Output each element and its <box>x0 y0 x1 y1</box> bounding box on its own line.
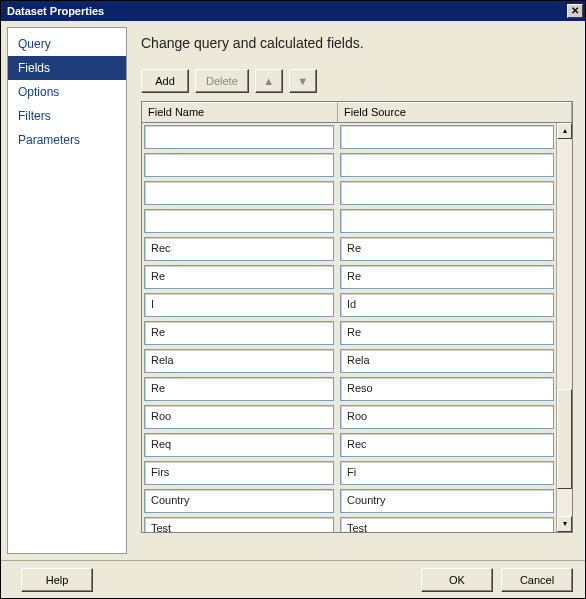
help-button[interactable]: Help <box>21 568 93 592</box>
main-panel: Change query and calculated fields. Add … <box>127 21 585 560</box>
field-source-cell[interactable]: Country <box>340 489 554 513</box>
window-title: Dataset Properties <box>7 5 104 17</box>
table-row[interactable]: ReRe <box>144 265 554 289</box>
field-name-cell[interactable]: Req <box>144 433 334 457</box>
table-row[interactable] <box>144 181 554 205</box>
field-name-cell[interactable]: Country <box>144 489 334 513</box>
field-source-cell[interactable]: Re <box>340 265 554 289</box>
table-row[interactable]: ReRe <box>144 321 554 345</box>
field-name-cell[interactable]: Rec <box>144 237 334 261</box>
toolbar: Add Delete ▲ ▼ <box>141 69 573 93</box>
sidebar-item-query[interactable]: Query <box>8 32 126 56</box>
table-row[interactable]: RelaRela <box>144 349 554 373</box>
field-source-cell[interactable]: Test <box>340 517 554 532</box>
table-row[interactable]: RecRe <box>144 237 554 261</box>
field-source-cell[interactable]: Rela <box>340 349 554 373</box>
field-name-cell[interactable] <box>144 153 334 177</box>
field-source-cell[interactable] <box>340 209 554 233</box>
field-source-cell[interactable]: Id <box>340 293 554 317</box>
column-header-field-source[interactable]: Field Source <box>338 102 572 122</box>
dialog-footer: Help OK Cancel <box>1 560 585 598</box>
field-name-cell[interactable]: Test <box>144 517 334 532</box>
dialog-body: Query Fields Options Filters Parameters … <box>1 21 585 560</box>
field-name-cell[interactable] <box>144 181 334 205</box>
table-row[interactable]: CountryCountry <box>144 489 554 513</box>
close-icon[interactable]: ✕ <box>567 4 583 18</box>
table-row[interactable]: RooRoo <box>144 405 554 429</box>
move-up-icon[interactable]: ▲ <box>255 69 283 93</box>
field-name-cell[interactable]: I <box>144 293 334 317</box>
field-source-cell[interactable]: Roo <box>340 405 554 429</box>
field-name-cell[interactable]: Re <box>144 321 334 345</box>
add-button[interactable]: Add <box>141 69 189 93</box>
field-name-cell[interactable]: Re <box>144 265 334 289</box>
table-row[interactable]: FirsFi <box>144 461 554 485</box>
field-name-cell[interactable]: Roo <box>144 405 334 429</box>
delete-button[interactable]: Delete <box>195 69 249 93</box>
table-row[interactable] <box>144 153 554 177</box>
grid-rows: RecReReReIIdReReRelaRelaReResoRooRooReqR… <box>142 123 556 532</box>
field-source-cell[interactable]: Fi <box>340 461 554 485</box>
scroll-down-icon[interactable]: ▾ <box>557 516 572 532</box>
table-row[interactable] <box>144 125 554 149</box>
table-row[interactable]: IId <box>144 293 554 317</box>
table-row[interactable]: ReReso <box>144 377 554 401</box>
vertical-scrollbar[interactable]: ▴ ▾ <box>556 123 572 532</box>
field-name-cell[interactable]: Firs <box>144 461 334 485</box>
field-name-cell[interactable] <box>144 209 334 233</box>
fields-grid: Field Name Field Source RecReReReIIdReRe… <box>141 101 573 533</box>
move-down-icon[interactable]: ▼ <box>289 69 317 93</box>
field-source-cell[interactable]: Reso <box>340 377 554 401</box>
sidebar-item-parameters[interactable]: Parameters <box>8 128 126 152</box>
field-name-cell[interactable]: Rela <box>144 349 334 373</box>
field-source-cell[interactable] <box>340 153 554 177</box>
field-source-cell[interactable]: Re <box>340 321 554 345</box>
sidebar-item-fields[interactable]: Fields <box>8 56 126 80</box>
field-name-cell[interactable] <box>144 125 334 149</box>
sidebar-item-filters[interactable]: Filters <box>8 104 126 128</box>
table-row[interactable]: ReqRec <box>144 433 554 457</box>
page-heading: Change query and calculated fields. <box>141 35 573 51</box>
sidebar: Query Fields Options Filters Parameters <box>7 27 127 554</box>
ok-button[interactable]: OK <box>421 568 493 592</box>
scroll-up-icon[interactable]: ▴ <box>557 123 572 139</box>
field-source-cell[interactable]: Rec <box>340 433 554 457</box>
field-source-cell[interactable]: Re <box>340 237 554 261</box>
table-row[interactable]: TestTest <box>144 517 554 532</box>
grid-header: Field Name Field Source <box>142 102 572 123</box>
cancel-button[interactable]: Cancel <box>501 568 573 592</box>
title-bar: Dataset Properties ✕ <box>1 1 585 21</box>
field-source-cell[interactable] <box>340 125 554 149</box>
field-source-cell[interactable] <box>340 181 554 205</box>
column-header-field-name[interactable]: Field Name <box>142 102 338 122</box>
field-name-cell[interactable]: Re <box>144 377 334 401</box>
sidebar-item-options[interactable]: Options <box>8 80 126 104</box>
scroll-track[interactable] <box>557 139 572 516</box>
scroll-thumb[interactable] <box>557 389 572 489</box>
table-row[interactable] <box>144 209 554 233</box>
